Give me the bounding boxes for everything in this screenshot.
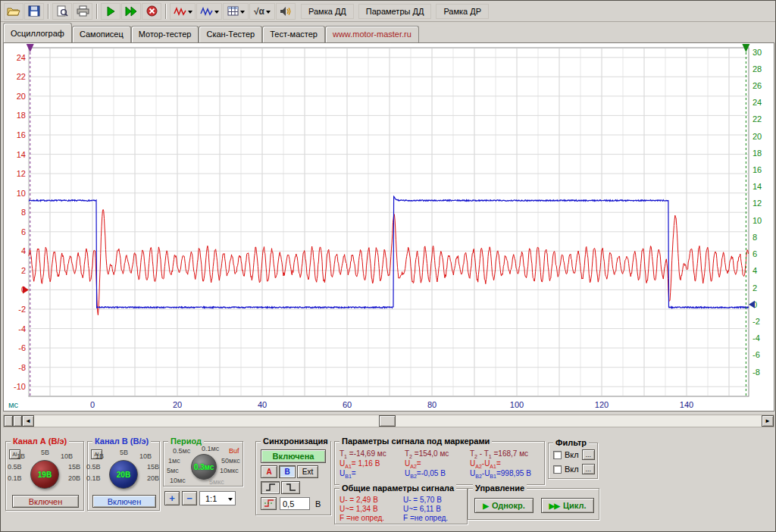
start-button[interactable]	[101, 3, 120, 20]
x-axis-label: 40	[258, 400, 267, 409]
sound-button[interactable]	[276, 3, 296, 20]
toolbar-separator	[165, 4, 167, 19]
dropdown-caret-icon	[188, 11, 192, 16]
scroll-page-right-button[interactable]	[13, 415, 22, 427]
channel-a-view-menu-button[interactable]	[170, 3, 196, 20]
right-axis-label: 22	[753, 114, 762, 124]
tab-recorder[interactable]: Самописец	[72, 26, 131, 42]
app-window: { "toolbar": { "buttons": { "frame_dd": …	[0, 0, 776, 532]
control-panel: Канал А (В/э) АI 19В 1В5В10В0.5В15В0.1В2…	[1, 427, 776, 532]
tab-oscilloscope[interactable]: Осциллограф	[3, 23, 72, 42]
sync-level-mode-button[interactable]	[261, 497, 277, 510]
start-cycle-button[interactable]	[121, 3, 141, 20]
sync-level-input[interactable]	[280, 497, 310, 510]
cycle-run-label: Цикл.	[563, 501, 586, 510]
channel-b-scale-value: 20В	[117, 471, 130, 479]
filter-b-settings-button[interactable]: ...	[582, 464, 595, 474]
cycle-run-button[interactable]: ▶▶ Цикл.	[541, 498, 594, 513]
stop-button[interactable]	[142, 3, 161, 20]
save-button[interactable]	[24, 3, 44, 20]
dial-scale-label: 0.1В	[8, 475, 22, 482]
tab-test-master[interactable]: Тест-мастер	[262, 26, 325, 42]
single-run-button[interactable]: ▶ Однокр.	[474, 498, 534, 513]
scroll-right-button[interactable]: ►	[762, 415, 774, 427]
open-folder-icon	[7, 5, 20, 17]
zoom-in-button[interactable]: +	[164, 491, 180, 505]
sync-level-unit: В	[315, 499, 321, 509]
math-menu-button[interactable]: √α	[249, 3, 275, 20]
left-axis-label: 14	[17, 150, 26, 159]
double-play-icon: ▶▶	[549, 502, 559, 510]
general-parameters-group: Общие параметры сигнала U- = 2,49 В U- =…	[334, 488, 468, 524]
tab-label: Тест-мастер	[270, 30, 318, 39]
channel-a-scale-value: 19В	[38, 471, 52, 479]
oscilloscope-display: 242220181614121086420-2-4-6-8-1030282624…	[3, 42, 774, 412]
sync-rising-edge-button[interactable]	[261, 481, 280, 494]
left-axis-label: 18	[17, 111, 26, 120]
channel-b-zero-marker[interactable]	[749, 301, 755, 308]
channel-b-knob[interactable]: 20В	[109, 460, 138, 489]
left-axis-label: -8	[18, 363, 26, 372]
marker-ub2: UB2=-0,05 В	[405, 469, 446, 479]
params-dd-button[interactable]: Параметры ДД	[358, 4, 432, 19]
channel-b-power-button[interactable]: Включен	[92, 495, 156, 508]
channel-a-knob[interactable]: 19В	[30, 460, 59, 489]
left-axis-label: 4	[21, 246, 26, 255]
tab-scan-tester[interactable]: Скан-Тестер	[199, 26, 262, 42]
scroll-right-icon: ►	[765, 418, 771, 424]
filter-b-checkbox[interactable]	[553, 465, 562, 474]
single-run-label: Однокр.	[492, 501, 525, 510]
scroll-left-button[interactable]: ◄	[22, 415, 34, 427]
marker-parameters-title: Параметры сигнала под маркерами	[340, 437, 492, 446]
tab-website[interactable]: www.motor-master.ru	[325, 26, 419, 42]
zoom-controls: + − 1:1	[164, 491, 236, 505]
dial-scale-label: 20В	[147, 475, 159, 482]
scrollbar-track[interactable]	[34, 415, 762, 427]
zoom-ratio-select[interactable]: 1:1	[199, 491, 236, 505]
tab-motor-tester[interactable]: Мотор-тестер	[131, 26, 199, 42]
channel-a-zero-marker[interactable]	[23, 286, 29, 293]
grid-menu-button[interactable]	[223, 3, 249, 20]
filter-group: Фильтр Вкл ... Вкл ...	[548, 443, 598, 479]
dial-scale-label: 10В	[61, 453, 73, 460]
left-axis-label: 6	[21, 227, 26, 236]
sync-source-a-button[interactable]: А	[261, 465, 277, 478]
period-dial: 0.3мс 0.5мс0.1мсBuf1мс50мкс5мс10мкс10мс5…	[165, 448, 242, 486]
trigger-level-icon	[264, 499, 274, 508]
marker-ua2: UA2=	[405, 459, 421, 469]
right-axis-label: 28	[753, 64, 762, 74]
red-waveform-icon	[174, 6, 186, 17]
general-udc-b: U- = 5,70 В	[403, 496, 442, 504]
marker-t2-t1: T2 - T1 =168,7 мс	[470, 449, 528, 459]
print-button[interactable]	[73, 3, 92, 20]
channel-b-view-menu-button[interactable]	[196, 3, 222, 20]
sync-enable-button[interactable]: Включена	[261, 449, 326, 463]
filter-a-settings-button[interactable]: ...	[582, 449, 595, 460]
period-knob[interactable]: 0.3мс	[191, 454, 217, 480]
math-icon: √α	[254, 6, 264, 17]
left-axis-label: 22	[17, 72, 26, 81]
scrollbar-thumb[interactable]	[379, 415, 396, 427]
open-button[interactable]	[4, 3, 23, 20]
play-icon: ▶	[483, 502, 488, 510]
tab-label: www.motor-master.ru	[333, 30, 411, 39]
dial-scale-label: 50мкс	[221, 458, 240, 465]
preview-button[interactable]	[52, 3, 72, 20]
scroll-page-left-button[interactable]	[4, 415, 13, 427]
toolbar: √α Рамка ДД Параметры ДД Рамка ДР	[1, 1, 775, 22]
dial-scale-label: 0.1В	[86, 475, 101, 482]
frame-dd-button[interactable]: Рамка ДД	[301, 4, 354, 19]
frame-dr-button[interactable]: Рамка ДР	[436, 4, 489, 19]
dial-scale-label: 5мкс	[209, 479, 224, 486]
sync-title: Синхронизация	[261, 437, 330, 446]
sync-falling-edge-button[interactable]	[281, 481, 300, 494]
filter-a-checkbox[interactable]	[553, 451, 562, 459]
marker-ua2-ua1: UA2-UA1=	[470, 459, 501, 469]
dial-scale-label: 10мкс	[220, 468, 239, 474]
channel-a-power-button[interactable]: Включен	[12, 495, 79, 508]
zoom-out-button[interactable]: −	[182, 491, 197, 505]
sync-source-b-button[interactable]: В	[279, 465, 296, 478]
dial-scale-label: 0.1мс	[202, 446, 219, 452]
run-control-group: Управление ▶ Однокр. ▶▶ Цикл.	[468, 488, 599, 520]
sync-source-ext-button[interactable]: Ext	[297, 465, 318, 478]
